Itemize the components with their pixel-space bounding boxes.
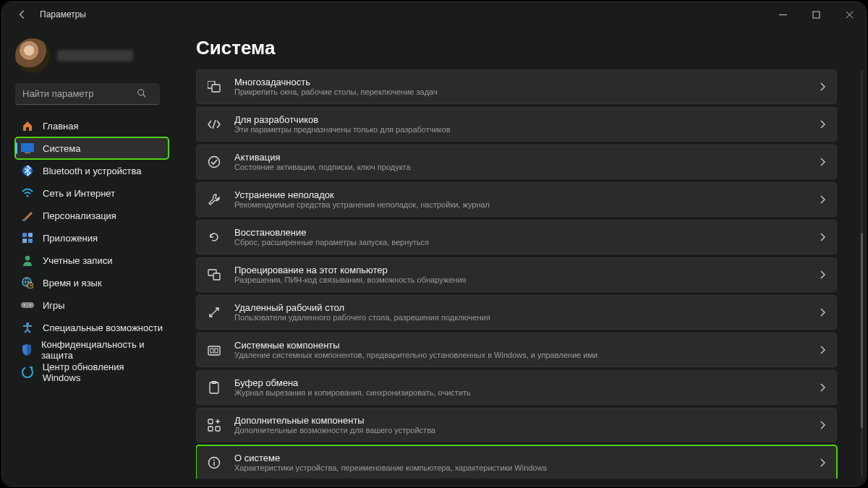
svg-rect-29	[208, 419, 213, 424]
svg-rect-14	[21, 302, 34, 308]
sidebar-item-6[interactable]: Учетные записи	[15, 249, 169, 271]
window-title: Параметры	[40, 9, 86, 20]
chevron-right-icon	[819, 119, 826, 129]
close-icon	[846, 11, 854, 19]
svg-rect-6	[22, 219, 25, 221]
svg-rect-25	[210, 348, 213, 353]
scrollbar[interactable]	[861, 70, 863, 477]
multitask-icon	[207, 80, 221, 94]
settings-item-title: Восстановление	[234, 227, 806, 239]
maximize-button[interactable]	[799, 2, 833, 27]
svg-point-18	[22, 367, 33, 377]
sidebar-item-8[interactable]: Игры	[15, 294, 169, 316]
settings-item-subtitle: Состояние активации, подписки, ключ прод…	[234, 163, 806, 172]
sidebar-item-2[interactable]: Bluetooth и устройства	[15, 160, 169, 181]
settings-item-7[interactable]: Системные компонентыУдаление системных к…	[196, 333, 837, 367]
minimize-button[interactable]	[766, 2, 799, 27]
chevron-right-icon	[819, 232, 826, 242]
profile-name-redacted	[57, 50, 133, 61]
svg-rect-10	[28, 239, 33, 243]
settings-item-title: Дополнительные компоненты	[234, 415, 806, 427]
wrench-icon	[207, 192, 221, 207]
settings-item-subtitle: Характеристики устройства, переименовани…	[234, 463, 806, 473]
settings-item-subtitle: Пользователи удаленного рабочего стола, …	[234, 313, 806, 322]
sidebar-item-label: Специальные возможности	[43, 322, 163, 333]
main-area: Система МногозадачностьПрикрепить окна, …	[176, 27, 866, 486]
sidebar-item-4[interactable]: Персонализация	[15, 205, 169, 226]
svg-rect-7	[22, 233, 27, 237]
chevron-right-icon	[819, 157, 826, 167]
settings-item-0[interactable]: МногозадачностьПрикрепить окна, рабочие …	[196, 69, 837, 104]
back-button[interactable]	[15, 7, 30, 22]
sidebar-item-label: Конфиденциальность и защита	[41, 339, 163, 361]
settings-item-8[interactable]: Буфер обменаЖурнал вырезания и копирован…	[196, 370, 837, 405]
update-icon	[21, 366, 34, 379]
nav-list: ГлавнаяСистемаBluetooth и устройстваСеть…	[15, 115, 169, 383]
sidebar-item-label: Приложения	[43, 233, 98, 244]
svg-point-16	[30, 304, 31, 306]
sidebar-item-5[interactable]: Приложения	[15, 227, 169, 249]
recovery-icon	[207, 230, 221, 244]
settings-item-10[interactable]: О системеХарактеристики устройства, пере…	[196, 445, 837, 479]
settings-item-5[interactable]: Проецирование на этот компьютерРазрешени…	[196, 257, 837, 292]
svg-rect-3	[25, 153, 30, 154]
minimize-icon	[779, 11, 787, 19]
sidebar-item-7[interactable]: Время и язык	[15, 272, 169, 294]
sidebar-item-11[interactable]: Центр обновления Windows	[15, 361, 169, 383]
settings-item-3[interactable]: Устранение неполадокРекомендуемые средст…	[196, 182, 837, 217]
components-icon	[207, 343, 221, 357]
svg-rect-27	[210, 382, 218, 393]
settings-item-9[interactable]: Дополнительные компонентыДополнительные …	[196, 408, 837, 442]
info-icon	[207, 455, 221, 470]
sidebar-item-label: Персонализация	[43, 210, 116, 221]
settings-item-2[interactable]: АктивацияСостояние активации, подписки, …	[196, 145, 837, 179]
wifi-icon	[21, 187, 34, 200]
chevron-right-icon	[819, 458, 826, 468]
sidebar-item-label: Главная	[43, 121, 78, 132]
sidebar-item-label: Учетные записи	[43, 255, 112, 266]
scroll-thumb[interactable]	[861, 233, 863, 428]
svg-rect-24	[208, 346, 220, 355]
brush-icon	[21, 209, 34, 222]
settings-item-subtitle: Разрешения, ПИН-код связывания, возможно…	[234, 275, 806, 285]
bluetooth-icon	[21, 164, 34, 177]
settings-item-subtitle: Журнал вырезания и копирования, синхрони…	[234, 388, 806, 398]
svg-point-5	[27, 195, 29, 197]
avatar	[15, 38, 50, 73]
svg-rect-26	[215, 348, 218, 353]
arrow-left-icon	[17, 9, 27, 20]
svg-point-33	[213, 460, 215, 461]
sidebar-item-label: Сеть и Интернет	[43, 188, 115, 199]
apps-icon	[21, 231, 34, 244]
settings-item-subtitle: Прикрепить окна, рабочие столы, переключ…	[234, 87, 806, 97]
settings-item-subtitle: Сброс, расширенные параметры запуска, ве…	[234, 238, 806, 247]
close-button[interactable]	[833, 2, 866, 27]
settings-item-title: Для разработчиков	[234, 114, 806, 126]
settings-item-4[interactable]: ВосстановлениеСброс, расширенные парамет…	[196, 220, 837, 254]
sidebar-item-3[interactable]: Сеть и Интернет	[15, 182, 169, 204]
svg-rect-23	[213, 273, 220, 280]
accessibility-icon	[21, 321, 34, 334]
maximize-icon	[812, 11, 820, 19]
sidebar-item-1[interactable]: Система	[15, 137, 169, 159]
sidebar-item-label: Центр обновления Windows	[43, 361, 163, 383]
svg-rect-2	[21, 143, 34, 152]
svg-rect-30	[208, 427, 213, 431]
sidebar-item-label: Система	[43, 143, 80, 154]
svg-point-17	[26, 322, 29, 325]
sidebar-item-0[interactable]: Главная	[15, 115, 169, 137]
project-icon	[207, 267, 221, 282]
page-title: Система	[196, 37, 837, 59]
sidebar: ГлавнаяСистемаBluetooth и устройстваСеть…	[2, 27, 176, 486]
sidebar-item-9[interactable]: Специальные возможности	[15, 317, 169, 338]
sidebar-item-label: Время и язык	[43, 278, 102, 288]
system-icon	[21, 142, 34, 155]
sidebar-item-10[interactable]: Конфиденциальность и защита	[15, 339, 169, 361]
svg-point-11	[25, 256, 30, 260]
settings-item-1[interactable]: Для разработчиковЭти параметры предназна…	[196, 107, 837, 142]
settings-item-6[interactable]: Удаленный рабочий столПользователи удале…	[196, 295, 837, 330]
settings-item-title: О системе	[234, 453, 806, 464]
settings-list: МногозадачностьПрикрепить окна, рабочие …	[196, 69, 837, 479]
profile-block[interactable]	[15, 35, 169, 79]
svg-rect-0	[813, 12, 820, 18]
